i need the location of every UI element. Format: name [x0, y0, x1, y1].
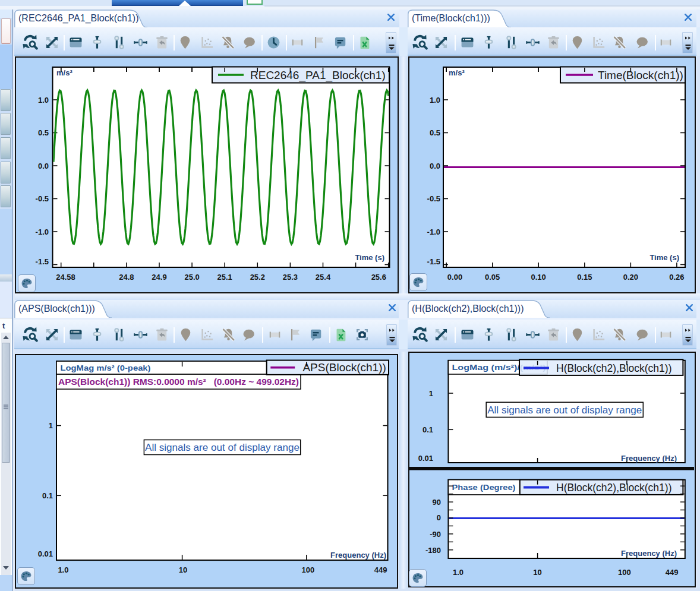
svg-text:25.0: 25.0	[184, 273, 199, 282]
svg-text:(H(Block(ch2),Block(ch1))): (H(Block(ch2),Block(ch1)))	[412, 304, 524, 314]
svg-text:Phase (Degree): Phase (Degree)	[452, 483, 516, 492]
svg-text:1: 1	[49, 421, 53, 430]
svg-text:Time(Block(ch1)): Time(Block(ch1))	[598, 69, 683, 81]
svg-text:Time (s): Time (s)	[355, 253, 384, 262]
svg-text:APS(Block(ch1)) RMS:0.0000 m/s: APS(Block(ch1)) RMS:0.0000 m/s² (0.00Hz …	[58, 377, 299, 387]
svg-text:-1.5: -1.5	[427, 257, 440, 266]
svg-text:1.0: 1.0	[430, 96, 440, 105]
svg-text:100: 100	[302, 565, 315, 574]
svg-text:0.1: 0.1	[422, 425, 433, 434]
svg-text:Frequency (Hz): Frequency (Hz)	[621, 549, 677, 558]
svg-text:H(Block(ch2),Block(ch1)): H(Block(ch2),Block(ch1))	[556, 362, 671, 374]
svg-text:25.6: 25.6	[371, 273, 386, 282]
svg-text:(APS(Block(ch1))): (APS(Block(ch1)))	[18, 304, 95, 314]
svg-text:All signals are out of display: All signals are out of display range	[145, 441, 299, 452]
svg-text:-1.5: -1.5	[36, 257, 49, 266]
svg-text:0.20: 0.20	[623, 273, 638, 282]
svg-text:-1.0: -1.0	[36, 227, 49, 236]
svg-text:-90: -90	[430, 530, 441, 539]
svg-text:(Time(Block(ch1))): (Time(Block(ch1)))	[412, 13, 490, 23]
svg-text:H(Block(ch2),Block(ch1)): H(Block(ch2),Block(ch1))	[556, 482, 671, 494]
svg-text:0.5: 0.5	[38, 128, 49, 137]
svg-text:1.0: 1.0	[38, 96, 49, 105]
svg-text:-0.5: -0.5	[427, 194, 440, 203]
svg-text:0.10: 0.10	[531, 273, 546, 282]
svg-text:REC2646_PA1_Block(ch1): REC2646_PA1_Block(ch1)	[250, 69, 386, 82]
svg-text:10: 10	[533, 568, 541, 577]
svg-text:24.9: 24.9	[152, 273, 166, 282]
svg-text:25.4: 25.4	[316, 273, 331, 282]
svg-text:m/s²: m/s²	[56, 68, 72, 77]
svg-text:0.26: 0.26	[669, 273, 684, 282]
svg-text:(REC2646_PA1_Block(ch1)): (REC2646_PA1_Block(ch1))	[18, 13, 138, 24]
svg-text:-180: -180	[425, 546, 441, 555]
svg-text:24.58: 24.58	[56, 273, 75, 282]
svg-text:1.0: 1.0	[453, 568, 463, 577]
svg-text:0.15: 0.15	[577, 273, 592, 282]
svg-text:0.01: 0.01	[418, 454, 433, 463]
svg-text:25.1: 25.1	[217, 273, 232, 282]
svg-text:449: 449	[666, 568, 679, 577]
svg-text:25.2: 25.2	[250, 273, 265, 282]
svg-text:Frequency (Hz): Frequency (Hz)	[621, 454, 677, 463]
svg-text:m/s²: m/s²	[449, 68, 465, 77]
svg-text:APS(Block(ch1)): APS(Block(ch1))	[302, 361, 386, 374]
svg-text:0: 0	[437, 513, 441, 522]
svg-text:449: 449	[374, 565, 387, 574]
svg-text:0.0: 0.0	[38, 162, 49, 170]
svg-text:24.8: 24.8	[119, 273, 134, 282]
svg-text:LogMag m/s² (0-peak): LogMag m/s² (0-peak)	[61, 364, 151, 372]
svg-text:100: 100	[618, 568, 631, 577]
svg-text:10: 10	[179, 565, 187, 574]
svg-text:0.1: 0.1	[42, 491, 53, 500]
svg-text:25.3: 25.3	[283, 273, 298, 282]
svg-text:1: 1	[429, 389, 433, 398]
svg-text:-1.0: -1.0	[427, 227, 440, 236]
svg-text:0.5: 0.5	[430, 128, 440, 137]
svg-text:1.0: 1.0	[58, 565, 68, 574]
svg-text:Frequency (Hz): Frequency (Hz)	[330, 551, 386, 560]
svg-text:0.05: 0.05	[485, 273, 500, 282]
svg-text:-0.5: -0.5	[36, 194, 49, 203]
svg-text:0.01: 0.01	[38, 549, 53, 558]
svg-text:All signals are out of display: All signals are out of display range	[487, 404, 642, 415]
svg-text:Time (s): Time (s)	[649, 253, 679, 262]
svg-text:90: 90	[433, 498, 441, 507]
svg-text:0.0: 0.0	[430, 162, 440, 170]
svg-text:0.00: 0.00	[447, 273, 462, 282]
